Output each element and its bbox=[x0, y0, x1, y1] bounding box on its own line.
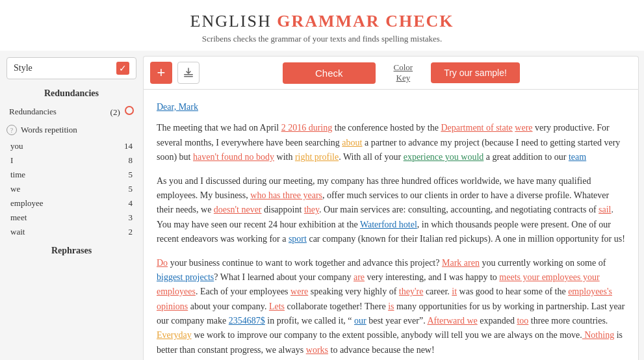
plus-button[interactable]: + bbox=[150, 62, 172, 84]
title-plain: ENGLISH bbox=[190, 12, 277, 31]
word-count: 4 bbox=[129, 198, 133, 209]
svg-rect-0 bbox=[184, 74, 193, 75]
redundancies-count: (2) bbox=[110, 107, 120, 117]
error-works[interactable]: works bbox=[306, 345, 328, 355]
editor-wrapper: + Check ColorKey Try our sample! Dear, M… bbox=[143, 51, 644, 360]
error-havent[interactable]: haven't found no body bbox=[193, 152, 274, 162]
redundancies-title: Redundancies bbox=[6, 88, 136, 99]
word-label: time bbox=[10, 170, 25, 180]
word-count: 14 bbox=[124, 141, 133, 151]
error-too[interactable]: too bbox=[517, 316, 528, 326]
word-row[interactable]: time5 bbox=[6, 168, 136, 182]
error-nothing[interactable]: Nothing bbox=[582, 330, 614, 340]
sidebar: Style ✓ Redundancies Redundancies (2) ? … bbox=[0, 51, 143, 360]
color-key-button[interactable]: ColorKey bbox=[394, 62, 413, 83]
error-everyday[interactable]: Everyday bbox=[157, 330, 192, 340]
word-row[interactable]: wait2 bbox=[6, 225, 136, 239]
error-waterford[interactable]: Waterford hotel bbox=[360, 220, 417, 229]
error-were[interactable]: were bbox=[290, 287, 308, 296]
error-employees[interactable]: employees's opinions bbox=[157, 287, 612, 311]
word-row[interactable]: I8 bbox=[6, 153, 136, 168]
paragraph-3: Do your business continue to want to wor… bbox=[157, 256, 625, 358]
word-rows-container: you14I8time5we5employee4meet3wait2 bbox=[6, 139, 136, 239]
toolbar: + Check ColorKey Try our sample! bbox=[143, 56, 639, 89]
rephrases-title: Rephrases bbox=[6, 246, 136, 256]
style-checkbox[interactable]: ✓ bbox=[116, 62, 129, 75]
word-row[interactable]: employee4 bbox=[6, 196, 136, 211]
redundancies-label: Redundancies bbox=[9, 107, 57, 117]
words-repetition-header: ? Words repetition bbox=[6, 125, 136, 135]
error-lets[interactable]: Lets bbox=[269, 302, 285, 311]
svg-rect-1 bbox=[184, 76, 193, 77]
greeting-link[interactable]: Dear, Mark bbox=[157, 100, 625, 114]
word-count: 8 bbox=[129, 155, 133, 166]
word-label: meet bbox=[10, 212, 27, 223]
error-dept[interactable]: Department of state bbox=[441, 123, 512, 133]
export-button[interactable] bbox=[177, 62, 200, 84]
error-doesnt[interactable]: doesn't never bbox=[214, 205, 262, 214]
error-sport[interactable]: sport bbox=[289, 234, 307, 244]
error-about[interactable]: about bbox=[342, 138, 362, 148]
error-meets[interactable]: meets your employees your employees bbox=[157, 272, 600, 296]
error-exp[interactable]: experience you would bbox=[404, 152, 484, 162]
word-count: 5 bbox=[129, 184, 133, 194]
sample-button[interactable]: Try our sample! bbox=[431, 62, 520, 83]
editor-area[interactable]: Dear, Mark The meeting that we had on Ap… bbox=[143, 89, 639, 360]
error-do[interactable]: Do bbox=[157, 258, 168, 268]
word-label: I bbox=[10, 155, 13, 166]
error-our[interactable]: our bbox=[354, 316, 367, 326]
word-count: 2 bbox=[129, 227, 133, 237]
error-were[interactable]: were bbox=[515, 123, 532, 133]
style-toggle-label: Style bbox=[14, 63, 32, 73]
error-they[interactable]: they bbox=[304, 205, 319, 214]
error-markaren[interactable]: Mark aren bbox=[442, 258, 480, 268]
redundancies-circle bbox=[125, 106, 134, 115]
redundancies-item[interactable]: Redundancies (2) bbox=[6, 104, 136, 120]
error-date[interactable]: 2 2016 during bbox=[281, 123, 333, 133]
error-team[interactable]: team bbox=[569, 152, 586, 162]
word-label: wait bbox=[10, 227, 25, 237]
paragraph-2: As you and I discussed during our meetin… bbox=[157, 174, 625, 247]
error-sail[interactable]: sail bbox=[599, 205, 611, 214]
word-row[interactable]: you14 bbox=[6, 139, 136, 153]
error-is[interactable]: is bbox=[388, 302, 394, 311]
word-row[interactable]: we5 bbox=[6, 182, 136, 196]
error-are[interactable]: are bbox=[354, 272, 365, 282]
error-right-profile[interactable]: right profile bbox=[295, 152, 339, 162]
word-label: we bbox=[10, 184, 20, 194]
error-money[interactable]: 2354687$ bbox=[229, 316, 265, 326]
word-count: 5 bbox=[129, 170, 133, 180]
title-brand: GRAMMAR CHECK bbox=[277, 12, 454, 31]
help-icon[interactable]: ? bbox=[6, 125, 17, 135]
word-count: 3 bbox=[129, 212, 133, 223]
error-afterward[interactable]: Afterward we bbox=[427, 316, 477, 326]
word-label: employee bbox=[10, 198, 44, 209]
style-toggle[interactable]: Style ✓ bbox=[6, 57, 136, 79]
words-repetition-label: Words repetition bbox=[21, 125, 77, 135]
error-who[interactable]: who has three years bbox=[250, 190, 322, 200]
subtitle: Scribens checks the grammar of your text… bbox=[0, 34, 644, 44]
word-row[interactable]: meet3 bbox=[6, 211, 136, 225]
error-biggest[interactable]: biggest projects bbox=[157, 272, 214, 282]
page-header: ENGLISH GRAMMAR CHECK Scribens checks th… bbox=[0, 0, 644, 51]
error-it[interactable]: it bbox=[452, 287, 457, 296]
word-label: you bbox=[10, 141, 23, 151]
check-button[interactable]: Check bbox=[283, 62, 376, 84]
paragraph-1: The meeting that we had on April 2 2016 … bbox=[157, 121, 625, 164]
error-theyre[interactable]: they're bbox=[399, 287, 424, 296]
